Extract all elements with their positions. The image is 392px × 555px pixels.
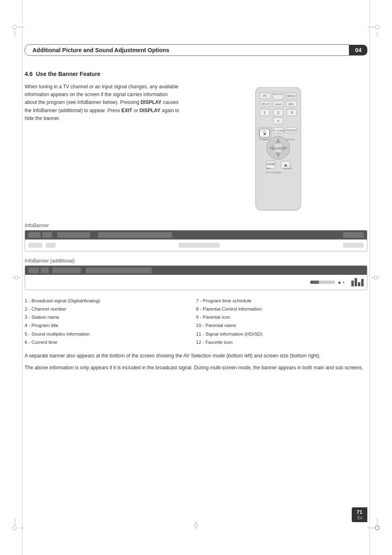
remote-control-svg: PC DISPLAY MENU SPLIT SWAP HD+ 1 2 3 [243, 87, 313, 214]
list-left-col: 1 - Broadcast signal (Digital/Analog) 2 … [25, 297, 196, 346]
svg-text:SWAP: SWAP [274, 103, 281, 106]
banner-add-top-bar [25, 266, 367, 275]
section-number: 4.6 [25, 71, 32, 77]
svg-point-20 [194, 524, 198, 527]
chapter-number: 04 [355, 47, 362, 53]
svg-text:AV MENU: AV MENU [260, 138, 269, 141]
ba-seg-4 [86, 267, 152, 273]
svg-text:PC: PC [263, 94, 267, 97]
svg-point-5 [375, 25, 379, 29]
mid-left-mark [12, 274, 21, 282]
remote-image-column: PC DISPLAY MENU SPLIT SWAP HD+ 1 2 3 [189, 83, 367, 214]
banner-bottom-seg-1 [28, 243, 42, 248]
progress-area: ■ + [310, 280, 345, 285]
svg-text:ENTER: ENTER [273, 147, 283, 150]
banner-seg-1 [28, 232, 41, 238]
banner-seg-2 [42, 232, 52, 238]
list-item-12: 12 - Favorite icon [196, 338, 367, 346]
text-column: When tuning in a TV channel or an input … [25, 83, 181, 122]
chapter-box: 04 [349, 45, 367, 55]
svg-text:⏏: ⏏ [284, 163, 288, 167]
list-item-1: 1 - Broadcast signal (Digital/Analog) [25, 297, 196, 305]
ba-seg-2 [41, 267, 49, 273]
ba-seg-3 [52, 267, 81, 273]
mid-right-mark [371, 274, 380, 282]
svg-text:3: 3 [291, 111, 293, 115]
svg-text:RETURN: RETURN [286, 138, 295, 141]
svg-text:SPLIT: SPLIT [261, 103, 269, 106]
banner-bottom-seg-3 [179, 243, 220, 248]
page-number: 71 [357, 509, 362, 516]
banner-seg-5 [343, 232, 364, 238]
list-item-7: 7 - Program time schedule [196, 297, 367, 305]
bar-1 [351, 281, 354, 286]
progress-icons: ■ [338, 280, 341, 285]
bar-chart [351, 278, 364, 286]
page-lang: En [357, 516, 362, 520]
svg-text:RETURN: RETURN [284, 167, 292, 170]
banner-bottom-row [25, 240, 367, 251]
main-content: 4.6 Use the Banner Feature When tuning i… [25, 61, 367, 376]
corner-tl [12, 25, 27, 39]
infobanner-display [25, 230, 367, 251]
bottom-para-1: A separate banner also appears at the bo… [25, 352, 367, 360]
section-title-text: Use the Banner Feature [36, 71, 100, 77]
banner-add-bottom-row: ■ + [25, 275, 367, 290]
infobanner-label: InfoBanner [25, 223, 367, 228]
svg-text:4: 4 [277, 119, 279, 123]
bottom-para-2: The above information is only appears if… [25, 364, 367, 372]
list-item-8: 8 - Parental Control information [196, 305, 367, 313]
list-item-9: 9 - Parental icon [196, 313, 367, 321]
list-item-3: 3 - Station name [25, 313, 196, 321]
banner-seg-4 [98, 232, 172, 238]
svg-text:TV GUIDE: TV GUIDE [273, 129, 284, 132]
svg-text:DISC: DISC [266, 167, 271, 170]
svg-text:2: 2 [277, 111, 279, 115]
list-item-11: 11 - Signal information (HD/SD) [196, 330, 367, 338]
list-item-2: 2 - Channel number [25, 305, 196, 313]
intro-section: When tuning in a TV channel or an input … [25, 83, 367, 214]
header-title-text: Additional Picture and Sound Adjustment … [32, 47, 169, 53]
svg-text:EXT DVD MENU: EXT DVD MENU [266, 171, 281, 174]
list-item-6: 6 - Current time [25, 338, 196, 346]
banner-bottom-seg-4 [343, 243, 364, 248]
list-item-10: 10 - Parental name [196, 321, 367, 329]
infobanner-additional-display: ■ + [25, 265, 367, 290]
bar-4 [361, 279, 364, 286]
banner-top-bar [25, 230, 367, 240]
svg-text:TOOLS: TOOLS [286, 129, 296, 132]
bar-2 [355, 278, 357, 286]
svg-text:HOME: HOME [267, 163, 275, 166]
svg-text:1: 1 [263, 111, 265, 115]
banner-bottom-seg-2 [46, 243, 55, 248]
bar-chart-bars [351, 278, 364, 286]
svg-point-14 [15, 276, 18, 279]
svg-point-17 [374, 276, 377, 279]
page-header: Additional Picture and Sound Adjustment … [25, 44, 367, 56]
section-title: 4.6 Use the Banner Feature [25, 71, 367, 77]
right-edge-line [369, 0, 370, 555]
svg-point-11 [375, 526, 379, 530]
progress-bar-inner [310, 281, 319, 284]
numbered-list: 1 - Broadcast signal (Digital/Analog) 2 … [25, 297, 367, 346]
svg-text:HD+: HD+ [288, 103, 294, 106]
corner-tr [365, 25, 380, 39]
bar-3 [358, 282, 360, 286]
banner-seg-3 [57, 232, 90, 238]
bottom-center-mark [192, 521, 200, 530]
body-paragraph: When tuning in a TV channel or an input … [25, 83, 181, 122]
progress-bar [310, 281, 335, 284]
infobanner-label-text: InfoBanner [25, 223, 49, 228]
svg-point-8 [13, 526, 17, 530]
page-number-box: 71 En [352, 507, 367, 522]
header-title: Additional Picture and Sound Adjustment … [25, 44, 349, 56]
infobanner-additional-label: InfoBanner (additional) [25, 258, 367, 264]
list-item-5: 5 - Sound multiplex information [25, 330, 196, 338]
left-edge-line [22, 0, 23, 555]
corner-bl [12, 516, 27, 530]
svg-text:DISPLAY: DISPLAY [274, 93, 283, 95]
infobanner-additional-label-text: InfoBanner (additional) [25, 258, 74, 264]
progress-plus: + [342, 280, 345, 285]
ba-seg-1 [28, 267, 39, 273]
list-right-col: 7 - Program time schedule 8 - Parental C… [196, 297, 367, 346]
